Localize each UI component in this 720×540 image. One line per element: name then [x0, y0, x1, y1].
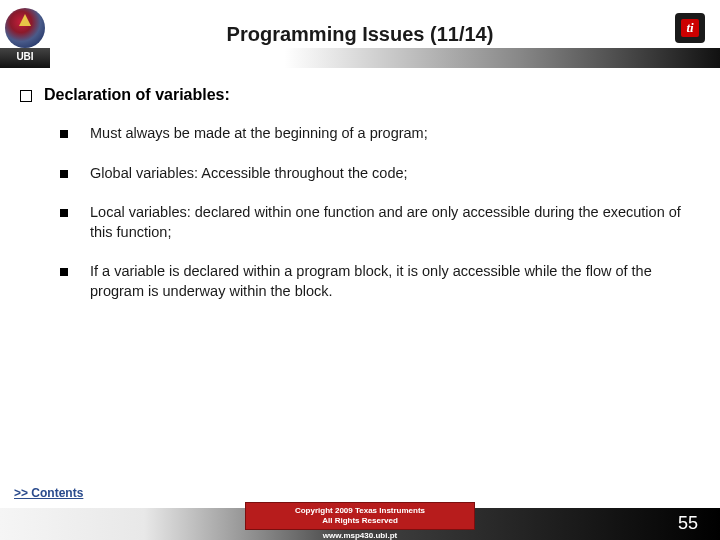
section-heading: Declaration of variables: — [44, 86, 230, 104]
bullet-text: Global variables: Accessible throughout … — [90, 164, 408, 184]
slide-title: Programming Issues (11/14) — [227, 23, 494, 46]
list-item: Must always be made at the beginning of … — [60, 124, 700, 144]
header-gradient-stripe — [50, 48, 720, 68]
slide-content: Declaration of variables: Must always be… — [0, 68, 720, 301]
slide-footer: >> Contents Copyright 2009 Texas Instrum… — [0, 500, 720, 540]
copyright-box: Copyright 2009 Texas Instruments All Rig… — [245, 502, 475, 530]
bullet-text: Local variables: declared within one fun… — [90, 203, 700, 242]
contents-link[interactable]: >> Contents — [14, 486, 83, 500]
filled-square-bullet-icon — [60, 130, 68, 138]
ti-logo-icon — [670, 8, 710, 48]
slide-header: UBI Programming Issues (11/14) — [0, 0, 720, 68]
bullet-text: Must always be made at the beginning of … — [90, 124, 428, 144]
footer-url: www.msp430.ubi.pt — [323, 531, 397, 540]
hollow-square-bullet-icon — [20, 90, 32, 102]
filled-square-bullet-icon — [60, 170, 68, 178]
ubi-crest-icon — [5, 8, 45, 48]
filled-square-bullet-icon — [60, 209, 68, 217]
list-item: Local variables: declared within one fun… — [60, 203, 700, 242]
list-item: Global variables: Accessible throughout … — [60, 164, 700, 184]
header-left-logo-block: UBI — [0, 0, 50, 68]
bullet-text: If a variable is declared within a progr… — [90, 262, 700, 301]
page-number: 55 — [678, 513, 698, 534]
list-item: If a variable is declared within a progr… — [60, 262, 700, 301]
heading-row: Declaration of variables: — [20, 86, 700, 104]
copyright-line-2: All Rights Reserved — [322, 516, 398, 526]
copyright-line-1: Copyright 2009 Texas Instruments — [295, 506, 425, 516]
filled-square-bullet-icon — [60, 268, 68, 276]
ubi-label: UBI — [0, 48, 50, 68]
